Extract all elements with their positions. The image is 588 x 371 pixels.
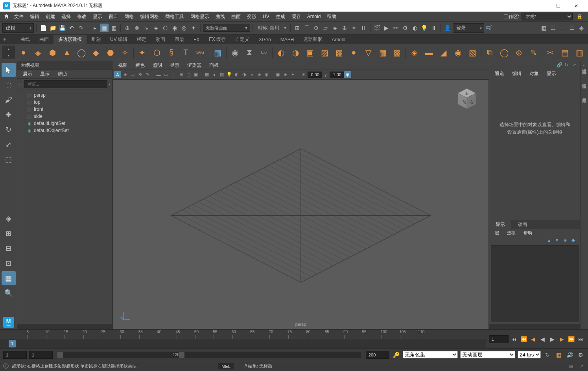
window-close-button[interactable]: ✕ <box>567 0 585 12</box>
poly-torus-icon[interactable]: ◯ <box>76 46 88 59</box>
vp-aa-icon[interactable]: ◈ <box>256 71 263 78</box>
menu-help[interactable]: 帮助 <box>324 12 339 21</box>
vp-gamma-icon[interactable]: γ <box>322 71 329 78</box>
shelf-tab-animation[interactable]: 动画 <box>151 35 170 44</box>
sel-mask-surface-icon[interactable]: ◈ <box>151 24 160 32</box>
select-mode-component-icon[interactable]: ▦ <box>109 24 118 32</box>
step-back-icon[interactable]: ◀ <box>529 335 537 343</box>
poly-type-icon[interactable]: T <box>180 46 192 59</box>
vp-wireframe-icon[interactable]: ▦ <box>203 71 210 78</box>
step-forward-key-icon[interactable]: ⏩ <box>568 335 575 343</box>
separate-icon[interactable]: ◑ <box>289 46 302 59</box>
menu-window[interactable]: 窗口 <box>105 12 121 21</box>
menuset-selector[interactable]: 建模 <box>2 23 34 33</box>
select-tool-icon[interactable] <box>2 63 16 77</box>
vp-dof-icon[interactable]: ◉ <box>263 71 270 78</box>
channel-tab-edit[interactable]: 编辑 <box>508 69 525 78</box>
vp-motion-blur-icon[interactable]: ≈ <box>248 71 255 78</box>
range-handle-left[interactable] <box>57 352 63 358</box>
single-view-icon[interactable]: ◈ <box>2 211 16 226</box>
menu-display[interactable]: 显示 <box>90 12 105 21</box>
marketplace-icon[interactable]: 🛒 <box>485 24 494 32</box>
menu-edit[interactable]: 编辑 <box>27 12 42 21</box>
boolean-intersect-icon[interactable]: ▩ <box>333 46 345 59</box>
vp-light-icon[interactable]: 💡 <box>226 71 233 78</box>
shelf-tab-fxcache[interactable]: FX 缓存 <box>204 35 230 44</box>
boolean-union-icon[interactable]: ▣ <box>304 46 316 59</box>
menu-curve[interactable]: 曲线 <box>212 12 228 21</box>
combine-icon[interactable]: ◐ <box>275 46 287 59</box>
poly-sphere-icon[interactable]: ● <box>17 46 29 59</box>
channel-expand-icon[interactable]: ↗ <box>572 62 578 68</box>
poly-cylinder-icon[interactable]: ⬢ <box>46 46 59 59</box>
range-start-input[interactable] <box>3 351 27 359</box>
outliner-tree[interactable]: 🎥persp 🎥top 🎥front 🎥side ◉defaultLightSe… <box>17 90 112 324</box>
outliner-menu-help[interactable]: 帮助 <box>53 71 71 77</box>
step-forward-icon[interactable]: ▶ <box>558 335 566 343</box>
layer-tab-display[interactable]: 显示 <box>489 220 511 229</box>
snap-point-icon[interactable]: ⊙ <box>312 24 321 32</box>
modeling-toolkit-icon[interactable]: ◈ <box>577 24 586 32</box>
smooth-icon[interactable]: ● <box>348 46 360 59</box>
shelf-tab-mash[interactable]: MASH <box>276 35 299 44</box>
poly-svg-icon[interactable]: SVG <box>194 46 206 59</box>
goto-end-icon[interactable]: ⏭ <box>577 335 585 343</box>
viewport-menu-renderer[interactable]: 渲染器 <box>183 62 205 69</box>
select-mode-hierarchy-icon[interactable]: ▸ <box>90 24 99 32</box>
vp-textured-icon[interactable]: ▨ <box>218 71 225 78</box>
snap-curve-icon[interactable]: ⌒ <box>302 24 311 32</box>
open-scene-icon[interactable]: 📁 <box>48 24 57 32</box>
poly-helix-icon[interactable]: § <box>165 46 177 59</box>
channel-tab-channel[interactable]: 通道 <box>491 69 508 78</box>
shelf-tab-uvedit[interactable]: UV 编辑 <box>105 35 132 44</box>
offset-loop-icon[interactable]: ▥ <box>573 46 586 59</box>
menu-select[interactable]: 选择 <box>58 12 74 21</box>
window-minimize-button[interactable]: ─ <box>532 0 549 12</box>
four-view-icon[interactable]: ⊞ <box>2 226 16 241</box>
outliner-item-lightset[interactable]: ◉defaultLightSet <box>20 120 109 127</box>
vp-safe-title-icon[interactable]: ▣ <box>192 71 199 78</box>
layer-move-down-icon[interactable]: ▾ <box>556 237 561 243</box>
autokey-icon[interactable]: 🔑 <box>392 351 400 359</box>
vp-field-chart-icon[interactable]: ⊞ <box>177 71 184 78</box>
sel-mask-dynamic-icon[interactable]: ◉ <box>170 24 179 32</box>
script-editor-icon[interactable]: ▤ <box>568 363 575 370</box>
save-scene-icon[interactable]: 💾 <box>58 24 66 32</box>
outliner-filter-icon[interactable]: ⬚ <box>19 82 23 87</box>
sel-mask-joint-icon[interactable]: ⊗ <box>133 24 141 32</box>
timeline-ruler[interactable]: 5101520253035404550556065707580859095100… <box>0 330 486 348</box>
sel-mask-misc-icon[interactable]: ✦ <box>189 24 198 32</box>
attribute-toggle-icon[interactable]: ☷ <box>549 24 557 32</box>
layer-scrollbar[interactable] <box>489 324 580 329</box>
append-icon[interactable]: ▧ <box>466 46 479 59</box>
viewcube-icon[interactable]: 前 右 上 <box>453 85 481 113</box>
circularize-icon[interactable]: ◯ <box>498 46 511 59</box>
two-view-v-icon[interactable]: ⊡ <box>2 256 16 270</box>
loop-icon[interactable]: ↻ <box>543 351 552 359</box>
shelf-tab-motion[interactable]: 运动图形 <box>299 35 327 44</box>
poly-cone-icon[interactable]: ▲ <box>61 46 73 59</box>
fill-hole-icon[interactable]: ◉ <box>452 46 464 59</box>
character-set-selector[interactable]: 无角色集 <box>403 351 458 358</box>
layer-new-selected-icon[interactable]: ◆ <box>571 237 577 243</box>
shelf-tab-surface[interactable]: 曲面 <box>35 35 53 44</box>
extrude-icon[interactable]: ◈ <box>408 46 420 59</box>
login-avatar-icon[interactable]: 👤 <box>443 24 452 32</box>
undo-icon[interactable]: ↶ <box>67 24 76 32</box>
target-weld-icon[interactable]: ⊕ <box>513 46 525 59</box>
two-view-h-icon[interactable]: ⊟ <box>2 241 16 255</box>
shelf-tab-fx[interactable]: FX <box>189 35 204 44</box>
vp-view-transform-icon[interactable]: ◉ <box>344 71 351 78</box>
shelf-options-icon[interactable]: ⚙ <box>3 38 6 41</box>
vp-exposure-icon[interactable]: ☀ <box>300 71 307 78</box>
vp-select-camera-icon[interactable]: A <box>114 71 121 78</box>
pause-icon[interactable]: ⏸ <box>359 24 368 32</box>
poly-cube-icon[interactable]: ◈ <box>32 46 44 59</box>
vp-shadow-icon[interactable]: ◐ <box>233 71 240 78</box>
outliner-search-input[interactable] <box>24 80 107 88</box>
scale-tool-icon[interactable]: ⤢ <box>2 138 16 152</box>
shelf-tab-sculpt[interactable]: 雕刻 <box>87 35 105 44</box>
channel-tab-object[interactable]: 对象 <box>525 69 543 78</box>
channel-refresh-icon[interactable]: ↻ <box>564 62 570 68</box>
menu-modify[interactable]: 修改 <box>74 12 90 21</box>
